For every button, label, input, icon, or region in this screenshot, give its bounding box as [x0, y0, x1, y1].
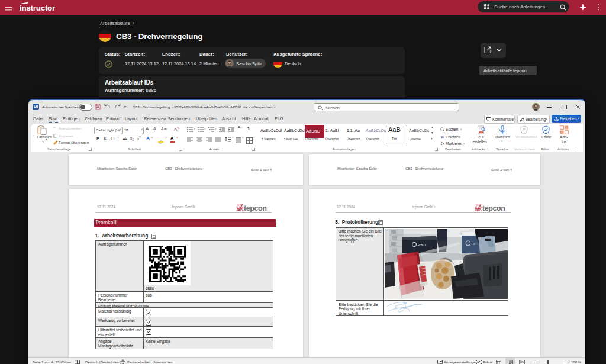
svg-text:tepcon: tepcon — [244, 204, 267, 212]
svg-text:Ro: Ro — [472, 243, 475, 246]
svg-text:instructor: instructor — [20, 4, 56, 12]
svg-text:PDF: PDF — [479, 131, 483, 133]
svg-text:tepcon: tepcon — [482, 204, 505, 212]
svg-text:RobCo: RobCo — [418, 244, 427, 247]
